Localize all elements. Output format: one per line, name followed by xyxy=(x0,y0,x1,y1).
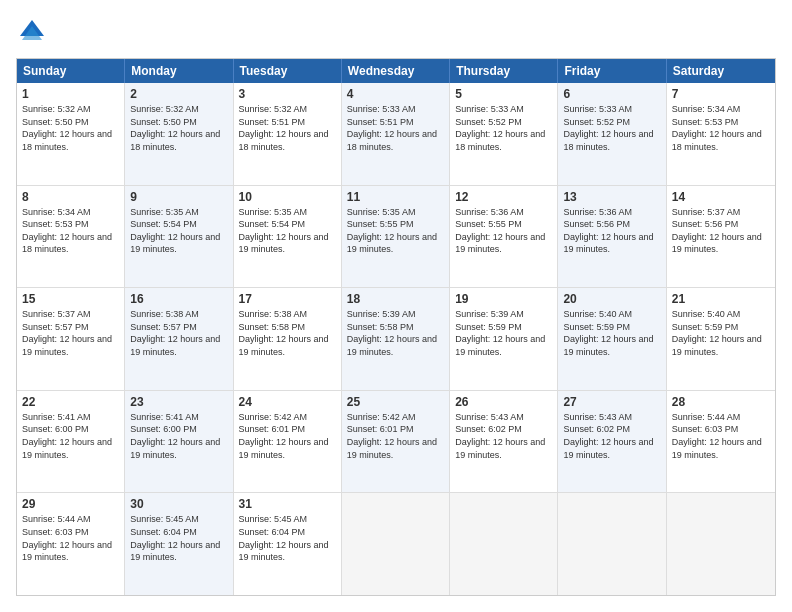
cell-info: Sunrise: 5:42 AMSunset: 6:01 PMDaylight:… xyxy=(347,412,437,460)
calendar-cell: 24Sunrise: 5:42 AMSunset: 6:01 PMDayligh… xyxy=(234,391,342,493)
cell-info: Sunrise: 5:43 AMSunset: 6:02 PMDaylight:… xyxy=(455,412,545,460)
cell-info: Sunrise: 5:42 AMSunset: 6:01 PMDaylight:… xyxy=(239,412,329,460)
day-number: 20 xyxy=(563,292,660,306)
cell-info: Sunrise: 5:32 AMSunset: 5:50 PMDaylight:… xyxy=(22,104,112,152)
day-number: 23 xyxy=(130,395,227,409)
calendar: SundayMondayTuesdayWednesdayThursdayFrid… xyxy=(16,58,776,596)
header-day-friday: Friday xyxy=(558,59,666,83)
cell-info: Sunrise: 5:44 AMSunset: 6:03 PMDaylight:… xyxy=(672,412,762,460)
day-number: 7 xyxy=(672,87,770,101)
calendar-cell: 17Sunrise: 5:38 AMSunset: 5:58 PMDayligh… xyxy=(234,288,342,390)
cell-info: Sunrise: 5:32 AMSunset: 5:50 PMDaylight:… xyxy=(130,104,220,152)
cell-info: Sunrise: 5:33 AMSunset: 5:51 PMDaylight:… xyxy=(347,104,437,152)
cell-info: Sunrise: 5:35 AMSunset: 5:55 PMDaylight:… xyxy=(347,207,437,255)
cell-info: Sunrise: 5:41 AMSunset: 6:00 PMDaylight:… xyxy=(130,412,220,460)
calendar-cell: 31Sunrise: 5:45 AMSunset: 6:04 PMDayligh… xyxy=(234,493,342,595)
day-number: 10 xyxy=(239,190,336,204)
cell-info: Sunrise: 5:36 AMSunset: 5:56 PMDaylight:… xyxy=(563,207,653,255)
cell-info: Sunrise: 5:35 AMSunset: 5:54 PMDaylight:… xyxy=(239,207,329,255)
day-number: 28 xyxy=(672,395,770,409)
calendar-cell: 16Sunrise: 5:38 AMSunset: 5:57 PMDayligh… xyxy=(125,288,233,390)
calendar-cell: 10Sunrise: 5:35 AMSunset: 5:54 PMDayligh… xyxy=(234,186,342,288)
day-number: 2 xyxy=(130,87,227,101)
header xyxy=(16,16,776,48)
day-number: 12 xyxy=(455,190,552,204)
page: SundayMondayTuesdayWednesdayThursdayFrid… xyxy=(0,0,792,612)
cell-info: Sunrise: 5:40 AMSunset: 5:59 PMDaylight:… xyxy=(672,309,762,357)
calendar-cell: 6Sunrise: 5:33 AMSunset: 5:52 PMDaylight… xyxy=(558,83,666,185)
header-day-saturday: Saturday xyxy=(667,59,775,83)
day-number: 16 xyxy=(130,292,227,306)
calendar-cell: 5Sunrise: 5:33 AMSunset: 5:52 PMDaylight… xyxy=(450,83,558,185)
cell-info: Sunrise: 5:33 AMSunset: 5:52 PMDaylight:… xyxy=(455,104,545,152)
calendar-row-3: 15Sunrise: 5:37 AMSunset: 5:57 PMDayligh… xyxy=(17,287,775,390)
day-number: 17 xyxy=(239,292,336,306)
cell-info: Sunrise: 5:39 AMSunset: 5:59 PMDaylight:… xyxy=(455,309,545,357)
day-number: 13 xyxy=(563,190,660,204)
calendar-cell: 9Sunrise: 5:35 AMSunset: 5:54 PMDaylight… xyxy=(125,186,233,288)
logo xyxy=(16,16,52,48)
calendar-row-1: 1Sunrise: 5:32 AMSunset: 5:50 PMDaylight… xyxy=(17,83,775,185)
cell-info: Sunrise: 5:36 AMSunset: 5:55 PMDaylight:… xyxy=(455,207,545,255)
day-number: 15 xyxy=(22,292,119,306)
calendar-cell: 23Sunrise: 5:41 AMSunset: 6:00 PMDayligh… xyxy=(125,391,233,493)
calendar-cell: 19Sunrise: 5:39 AMSunset: 5:59 PMDayligh… xyxy=(450,288,558,390)
calendar-cell: 29Sunrise: 5:44 AMSunset: 6:03 PMDayligh… xyxy=(17,493,125,595)
calendar-cell: 1Sunrise: 5:32 AMSunset: 5:50 PMDaylight… xyxy=(17,83,125,185)
header-day-tuesday: Tuesday xyxy=(234,59,342,83)
calendar-header: SundayMondayTuesdayWednesdayThursdayFrid… xyxy=(17,59,775,83)
day-number: 11 xyxy=(347,190,444,204)
day-number: 5 xyxy=(455,87,552,101)
day-number: 31 xyxy=(239,497,336,511)
day-number: 8 xyxy=(22,190,119,204)
cell-info: Sunrise: 5:35 AMSunset: 5:54 PMDaylight:… xyxy=(130,207,220,255)
calendar-cell: 12Sunrise: 5:36 AMSunset: 5:55 PMDayligh… xyxy=(450,186,558,288)
calendar-cell: 13Sunrise: 5:36 AMSunset: 5:56 PMDayligh… xyxy=(558,186,666,288)
day-number: 4 xyxy=(347,87,444,101)
calendar-row-4: 22Sunrise: 5:41 AMSunset: 6:00 PMDayligh… xyxy=(17,390,775,493)
calendar-cell: 30Sunrise: 5:45 AMSunset: 6:04 PMDayligh… xyxy=(125,493,233,595)
day-number: 19 xyxy=(455,292,552,306)
cell-info: Sunrise: 5:32 AMSunset: 5:51 PMDaylight:… xyxy=(239,104,329,152)
calendar-cell xyxy=(450,493,558,595)
cell-info: Sunrise: 5:38 AMSunset: 5:58 PMDaylight:… xyxy=(239,309,329,357)
cell-info: Sunrise: 5:45 AMSunset: 6:04 PMDaylight:… xyxy=(239,514,329,562)
calendar-cell xyxy=(667,493,775,595)
cell-info: Sunrise: 5:43 AMSunset: 6:02 PMDaylight:… xyxy=(563,412,653,460)
day-number: 3 xyxy=(239,87,336,101)
cell-info: Sunrise: 5:37 AMSunset: 5:57 PMDaylight:… xyxy=(22,309,112,357)
calendar-row-2: 8Sunrise: 5:34 AMSunset: 5:53 PMDaylight… xyxy=(17,185,775,288)
header-day-sunday: Sunday xyxy=(17,59,125,83)
calendar-cell: 21Sunrise: 5:40 AMSunset: 5:59 PMDayligh… xyxy=(667,288,775,390)
calendar-cell: 8Sunrise: 5:34 AMSunset: 5:53 PMDaylight… xyxy=(17,186,125,288)
cell-info: Sunrise: 5:44 AMSunset: 6:03 PMDaylight:… xyxy=(22,514,112,562)
cell-info: Sunrise: 5:41 AMSunset: 6:00 PMDaylight:… xyxy=(22,412,112,460)
cell-info: Sunrise: 5:40 AMSunset: 5:59 PMDaylight:… xyxy=(563,309,653,357)
calendar-cell: 11Sunrise: 5:35 AMSunset: 5:55 PMDayligh… xyxy=(342,186,450,288)
calendar-body: 1Sunrise: 5:32 AMSunset: 5:50 PMDaylight… xyxy=(17,83,775,595)
calendar-cell: 26Sunrise: 5:43 AMSunset: 6:02 PMDayligh… xyxy=(450,391,558,493)
calendar-cell: 4Sunrise: 5:33 AMSunset: 5:51 PMDaylight… xyxy=(342,83,450,185)
day-number: 1 xyxy=(22,87,119,101)
day-number: 24 xyxy=(239,395,336,409)
calendar-cell: 25Sunrise: 5:42 AMSunset: 6:01 PMDayligh… xyxy=(342,391,450,493)
header-day-wednesday: Wednesday xyxy=(342,59,450,83)
calendar-cell: 27Sunrise: 5:43 AMSunset: 6:02 PMDayligh… xyxy=(558,391,666,493)
calendar-cell xyxy=(342,493,450,595)
day-number: 26 xyxy=(455,395,552,409)
cell-info: Sunrise: 5:34 AMSunset: 5:53 PMDaylight:… xyxy=(22,207,112,255)
calendar-cell: 18Sunrise: 5:39 AMSunset: 5:58 PMDayligh… xyxy=(342,288,450,390)
day-number: 14 xyxy=(672,190,770,204)
header-day-monday: Monday xyxy=(125,59,233,83)
cell-info: Sunrise: 5:39 AMSunset: 5:58 PMDaylight:… xyxy=(347,309,437,357)
logo-icon xyxy=(16,16,48,48)
cell-info: Sunrise: 5:45 AMSunset: 6:04 PMDaylight:… xyxy=(130,514,220,562)
cell-info: Sunrise: 5:37 AMSunset: 5:56 PMDaylight:… xyxy=(672,207,762,255)
calendar-cell: 2Sunrise: 5:32 AMSunset: 5:50 PMDaylight… xyxy=(125,83,233,185)
header-day-thursday: Thursday xyxy=(450,59,558,83)
day-number: 25 xyxy=(347,395,444,409)
calendar-cell: 28Sunrise: 5:44 AMSunset: 6:03 PMDayligh… xyxy=(667,391,775,493)
calendar-cell: 20Sunrise: 5:40 AMSunset: 5:59 PMDayligh… xyxy=(558,288,666,390)
day-number: 21 xyxy=(672,292,770,306)
calendar-cell: 7Sunrise: 5:34 AMSunset: 5:53 PMDaylight… xyxy=(667,83,775,185)
